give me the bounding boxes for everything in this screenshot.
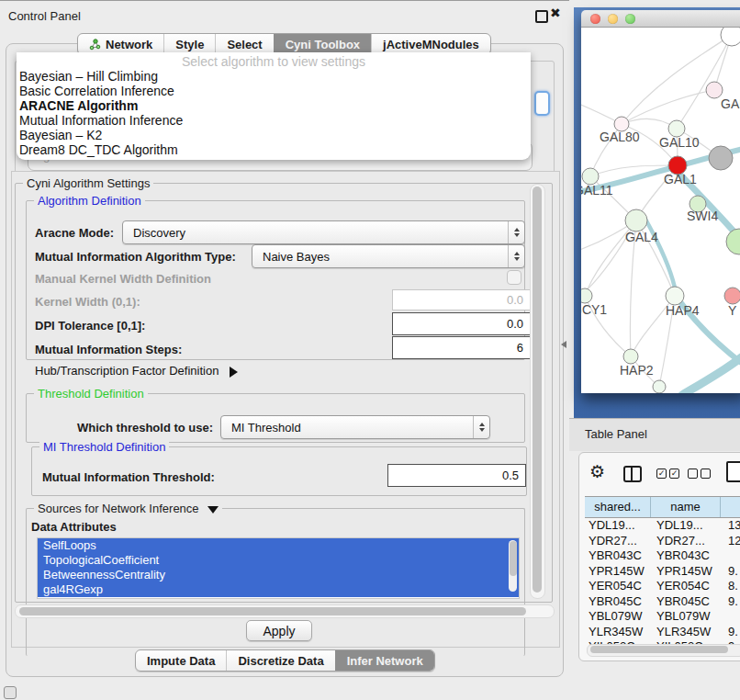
table-cell: YBR045C (585, 594, 651, 610)
cyni-algorithm-settings-title: Cyni Algorithm Settings (23, 176, 153, 190)
tab-style[interactable]: Style (163, 34, 215, 54)
tab-cyni-toolbox[interactable]: Cyni Toolbox (274, 34, 371, 54)
gear-icon[interactable]: ⚙ (589, 463, 605, 480)
table-cell: YBR043C (585, 548, 651, 564)
data-attributes-list[interactable]: SelfLoopsTopologicalCoefficientBetweenne… (37, 537, 520, 599)
minimized-panel-icon[interactable] (4, 686, 17, 699)
column-header[interactable]: shared... (585, 497, 651, 517)
network-node-hap2[interactable] (623, 349, 638, 364)
table-row[interactable]: YBL079WYBL079W (585, 609, 740, 625)
table-row[interactable]: YBR043CYBR043C (585, 548, 740, 564)
settings-horizontal-scrollbar[interactable] (15, 604, 555, 618)
threshold-definition-title: Threshold Definition (34, 387, 148, 401)
kernel-width-label: Kernel Width (0,1): (35, 295, 140, 309)
aracne-mode-combobox[interactable]: Discovery (122, 220, 525, 244)
network-window-titlebar[interactable] (581, 10, 740, 28)
attribute-item[interactable]: TopologicalCoefficient (38, 553, 519, 568)
table-header-row[interactable]: shared...nameA (585, 496, 740, 518)
table-row[interactable]: YBR045CYBR045C9. (585, 594, 740, 610)
network-node[interactable] (721, 28, 740, 46)
network-node-label: GAL11 (581, 183, 613, 198)
zoom-traffic-light-icon[interactable] (625, 14, 635, 24)
network-node-label: HAP2 (620, 363, 654, 378)
attribute-item[interactable]: BetweennessCentrality (38, 568, 519, 582)
sources-title: Sources for Network Inference (38, 502, 199, 515)
table-cell: 9. (721, 594, 740, 610)
algorithm-option[interactable]: Basic Correlation Inference (17, 84, 531, 98)
dpi-tolerance-field[interactable]: 0.0 (392, 312, 531, 335)
kernel-width-field[interactable]: 0.0 (392, 289, 531, 310)
table-cell: YBR045C (651, 594, 721, 610)
tab-infer-network[interactable]: Infer Network (335, 650, 434, 671)
network-node-hap4[interactable] (666, 287, 684, 305)
network-node-label: GAL (721, 96, 740, 111)
network-node[interactable] (726, 229, 740, 254)
table-cell: YER054C (651, 579, 721, 594)
algorithm-option[interactable]: Bayesian – Hill Climbing (17, 69, 531, 84)
which-threshold-label: Which threshold to use: (77, 421, 213, 435)
column-layout-icon[interactable] (623, 466, 642, 482)
table-panel: ⚙ ✓✓ shared...nameA YDL19...YDL19...13YD… (578, 452, 740, 661)
algorithm-option[interactable]: ARACNE Algorithm (17, 98, 531, 113)
tab-label: Style (175, 38, 204, 51)
network-canvas[interactable]: GALGAL80GAL10GAL1GAL11GAL4SWI4GCY1HAP4YH… (581, 28, 740, 393)
table-row[interactable]: YDR27...YDR27...12 (585, 534, 740, 549)
tab-discretize-data[interactable]: Discretize Data (226, 650, 334, 671)
column-header[interactable]: A (721, 497, 740, 517)
tab-impute-data[interactable]: Impute Data (136, 650, 226, 671)
close-icon[interactable]: ✖ (550, 6, 561, 20)
attribute-item[interactable]: SelfLoops (38, 538, 519, 553)
minimize-traffic-light-icon[interactable] (608, 14, 618, 24)
settings-vertical-scrollbar[interactable] (530, 184, 545, 599)
tab-label: jActiveMNodules (383, 38, 479, 51)
apply-button[interactable]: Apply (246, 620, 312, 641)
table-cell (721, 548, 740, 564)
node-table: shared...nameA YDL19...YDL19...13YDR27..… (585, 496, 740, 655)
algorithm-option[interactable]: Mutual Information Inference (17, 113, 531, 128)
tab-label: Impute Data (147, 654, 215, 668)
tab-network[interactable]: Network (78, 34, 163, 54)
hub-definition-toggle[interactable]: Hub/Transcription Factor Definition (35, 364, 238, 378)
deselect-all-checkboxes-icon[interactable] (688, 469, 711, 479)
tab-jactivemnodules[interactable]: jActiveMNodules (371, 34, 490, 54)
algorithm-option[interactable]: Dream8 DC_TDC Algorithm (17, 142, 531, 157)
network-window[interactable]: GALGAL80GAL10GAL1GAL11GAL4SWI4GCY1HAP4YH… (581, 10, 740, 393)
network-node[interactable] (653, 380, 666, 393)
table-cell: YDL19... (651, 518, 721, 534)
tab-label: Discretize Data (238, 654, 323, 668)
close-traffic-light-icon[interactable] (590, 14, 600, 24)
network-node-gcy1[interactable] (581, 288, 592, 303)
mi-algorithm-type-combobox[interactable]: Naive Bayes (252, 244, 525, 268)
sources-title-row[interactable]: Sources for Network Inference (34, 502, 222, 515)
algorithm-option[interactable]: Bayesian – K2 (17, 128, 531, 142)
which-threshold-combobox[interactable]: MI Threshold (220, 415, 490, 439)
float-window-icon[interactable] (535, 10, 548, 23)
table-row[interactable]: YER054CYER054C8. (585, 579, 740, 594)
which-threshold-value: MI Threshold (221, 416, 473, 438)
manual-kernel-width-checkbox[interactable] (507, 270, 521, 285)
data-attributes-label: Data Attributes (31, 520, 117, 534)
table-row[interactable]: YLR345WYLR345W9. (585, 625, 740, 640)
mi-threshold-field[interactable]: 0.5 (387, 464, 526, 487)
aracne-mode-value: Discovery (123, 221, 508, 243)
table-row[interactable]: YPR145WYPR145W9. (585, 564, 740, 580)
select-all-checkboxes-icon[interactable]: ✓✓ (656, 469, 679, 479)
panel-title: Control Panel (8, 9, 81, 23)
attribute-list-scrollbar[interactable] (509, 540, 517, 592)
new-table-icon[interactable] (726, 461, 740, 482)
table-horizontal-scrollbar[interactable] (587, 644, 740, 657)
column-header[interactable]: name (651, 497, 721, 517)
expanded-arrow-icon (207, 506, 219, 514)
attribute-item[interactable]: gal4RGexp (38, 582, 519, 597)
network-node-label: SWI4 (687, 209, 718, 223)
network-node[interactable] (709, 146, 733, 170)
network-node-gal4[interactable] (625, 209, 647, 231)
dpi-tolerance-label: DPI Tolerance [0,1]: (35, 319, 145, 333)
network-node-y[interactable] (724, 288, 740, 304)
panel-collapse-arrow-icon[interactable] (561, 341, 566, 348)
mi-steps-field[interactable]: 6 (392, 336, 531, 359)
tab-select[interactable]: Select (215, 34, 273, 54)
table-row[interactable]: YDL19...YDL19...13 (585, 518, 740, 534)
table-cell: YBR043C (651, 548, 721, 564)
focused-combobox-spinner[interactable] (534, 91, 550, 116)
